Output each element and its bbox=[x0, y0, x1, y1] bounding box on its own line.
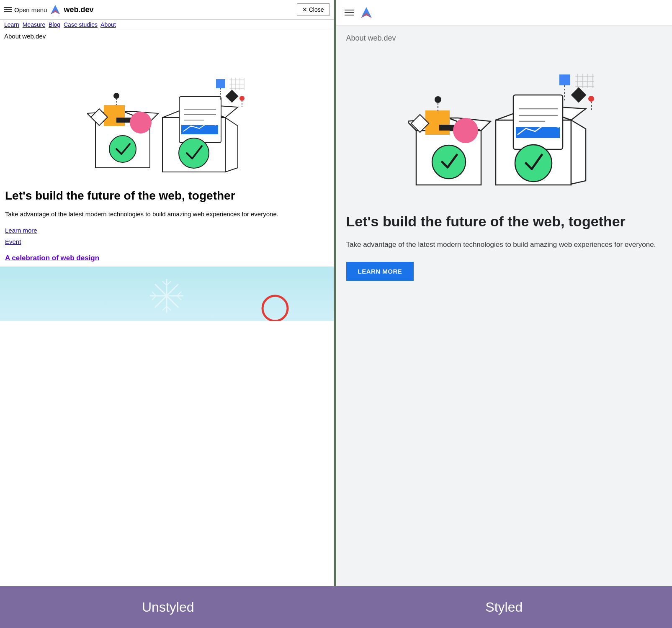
svg-point-74 bbox=[588, 96, 594, 102]
hamburger-button[interactable] bbox=[345, 10, 354, 15]
header-left: Open menu web.dev bbox=[4, 4, 93, 15]
open-menu-label: Open menu bbox=[14, 6, 47, 13]
red-ring-preview bbox=[258, 292, 292, 321]
bottom-labels: Unstyled Styled bbox=[0, 586, 672, 628]
close-icon: ✕ bbox=[302, 6, 307, 13]
snowflake-icon bbox=[146, 275, 188, 317]
svg-point-70 bbox=[515, 145, 552, 182]
description-unstyled: Take advantage of the latest modern tech… bbox=[5, 210, 329, 219]
svg-rect-65 bbox=[513, 95, 563, 149]
close-button[interactable]: ✕ Close bbox=[297, 3, 330, 16]
close-label: Close bbox=[309, 6, 324, 13]
svg-rect-73 bbox=[571, 87, 586, 103]
unstyled-label: Unstyled bbox=[142, 600, 194, 615]
nav-links: Learn Measure Blog Case studies About bbox=[0, 20, 334, 30]
illustration-styled bbox=[336, 47, 672, 206]
svg-rect-55 bbox=[425, 110, 450, 135]
page-label-unstyled: About web.dev bbox=[0, 30, 334, 42]
nav-link-casestudies[interactable]: Case studies bbox=[64, 21, 98, 28]
nav-link-blog[interactable]: Blog bbox=[49, 21, 60, 28]
svg-point-22 bbox=[179, 138, 209, 168]
learn-more-button[interactable]: LEARN MORE bbox=[346, 262, 414, 281]
cta-links: Learn more Event bbox=[5, 225, 329, 247]
svg-rect-23 bbox=[216, 79, 225, 88]
logo-icon bbox=[49, 4, 61, 15]
event-link[interactable]: Event bbox=[5, 236, 329, 247]
svg-point-11 bbox=[113, 93, 119, 99]
logo-icon-styled bbox=[360, 6, 373, 19]
svg-point-6 bbox=[109, 136, 136, 162]
snowflake-preview bbox=[0, 267, 334, 321]
styled-label: Styled bbox=[485, 600, 523, 615]
content-styled: Let's build the future of the web, toget… bbox=[336, 206, 672, 287]
nav-link-measure[interactable]: Measure bbox=[23, 21, 45, 28]
svg-point-10 bbox=[130, 112, 152, 133]
svg-marker-64 bbox=[571, 120, 586, 184]
description-styled: Take advantage of the latest modern tech… bbox=[346, 239, 662, 250]
page-label-styled: About web.dev bbox=[336, 26, 672, 47]
unstyled-label-container: Unstyled bbox=[0, 586, 336, 628]
illustration-unstyled bbox=[0, 42, 334, 185]
header-unstyled: Open menu web.dev ✕ Close bbox=[0, 0, 334, 20]
hero-illustration bbox=[87, 46, 246, 180]
svg-marker-16 bbox=[225, 118, 238, 172]
site-name: web.dev bbox=[64, 5, 93, 14]
svg-rect-7 bbox=[104, 105, 125, 126]
nav-link-learn[interactable]: Learn bbox=[4, 21, 19, 28]
celebration-link[interactable]: A celebration of web design bbox=[5, 254, 99, 262]
svg-rect-25 bbox=[226, 90, 239, 103]
svg-point-47 bbox=[263, 296, 288, 321]
svg-rect-21 bbox=[181, 125, 218, 134]
panel-styled: About web.dev bbox=[336, 0, 672, 586]
styled-label-container: Styled bbox=[336, 586, 672, 628]
hero-illustration-styled bbox=[408, 47, 600, 206]
hamburger-icon bbox=[4, 7, 12, 12]
main-heading-unstyled: Let's build the future of the web, toget… bbox=[5, 189, 329, 203]
main-heading-styled: Let's build the future of the web, toget… bbox=[346, 213, 662, 231]
svg-rect-71 bbox=[559, 74, 570, 85]
learn-more-link[interactable]: Learn more bbox=[5, 225, 329, 236]
open-menu-button[interactable]: Open menu bbox=[4, 6, 47, 13]
svg-point-59 bbox=[435, 96, 441, 103]
nav-link-about[interactable]: About bbox=[100, 21, 116, 28]
svg-point-58 bbox=[453, 118, 478, 143]
svg-point-26 bbox=[239, 96, 245, 101]
header-styled bbox=[336, 0, 672, 26]
content-unstyled: Let's build the future of the web, toget… bbox=[0, 185, 334, 267]
svg-point-54 bbox=[432, 145, 466, 179]
panel-unstyled: Open menu web.dev ✕ Close Learn Measure … bbox=[0, 0, 336, 586]
